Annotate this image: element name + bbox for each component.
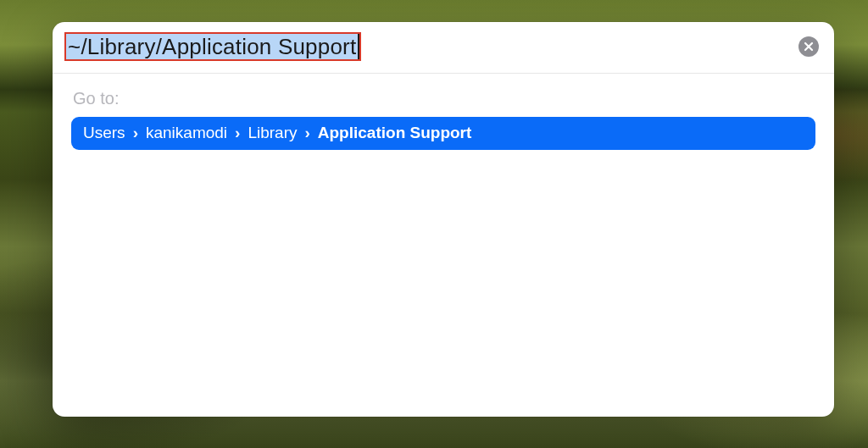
dialog-body: Go to: Users › kanikamodi › Library › Ap… bbox=[53, 74, 834, 162]
chevron-right-icon: › bbox=[304, 124, 309, 142]
chevron-right-icon: › bbox=[235, 124, 240, 142]
close-icon bbox=[804, 41, 814, 52]
goto-label: Go to: bbox=[73, 89, 815, 108]
clear-input-button[interactable] bbox=[798, 36, 819, 57]
breadcrumb-segment-final: Application Support bbox=[318, 124, 472, 142]
path-input[interactable]: ~/Library/Application Support bbox=[66, 34, 359, 59]
go-to-folder-dialog: ~/Library/Application Support Go to: Use… bbox=[53, 22, 834, 417]
breadcrumb-segment: kanikamodi bbox=[146, 124, 227, 142]
breadcrumb-segment: Library bbox=[248, 124, 297, 142]
breadcrumb-segment: Users bbox=[83, 124, 125, 142]
breadcrumb-result-row[interactable]: Users › kanikamodi › Library › Applicati… bbox=[71, 117, 815, 150]
annotation-highlight-box: ~/Library/Application Support bbox=[64, 32, 361, 61]
chevron-right-icon: › bbox=[133, 124, 138, 142]
path-input-row: ~/Library/Application Support bbox=[53, 22, 834, 74]
